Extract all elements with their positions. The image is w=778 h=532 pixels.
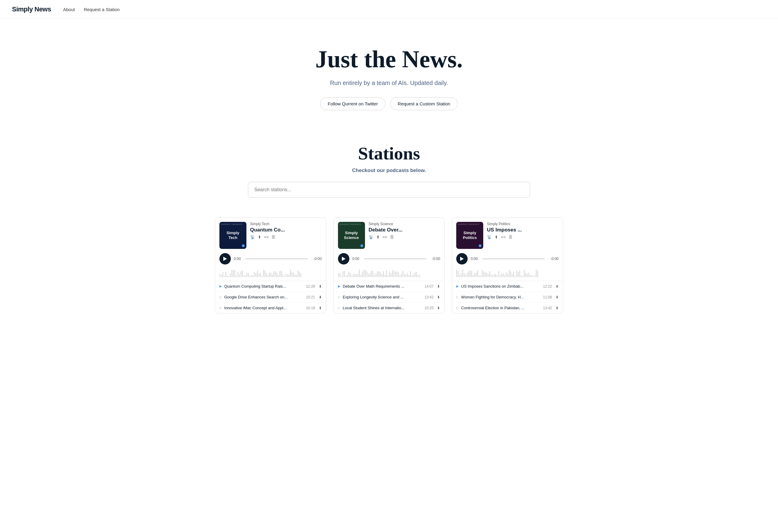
wave-bar [377, 271, 378, 277]
episode-download-icon[interactable]: ⬇ [437, 295, 440, 299]
card-episode-title: Quantum Co... [250, 227, 322, 233]
wave-bar [413, 275, 414, 277]
wave-bar [272, 275, 273, 277]
card-station-name: Simply Tech [250, 222, 322, 226]
wave-bar [341, 276, 342, 277]
wave-bar [342, 271, 343, 277]
episode-download-icon[interactable]: ⬇ [556, 306, 559, 310]
episode-item: ▶ Debate Over Math Requirements ... 14:0… [334, 281, 445, 292]
episode-list: ▶ Debate Over Math Requirements ... 14:0… [334, 281, 445, 313]
wave-bar [345, 276, 346, 277]
rss-icon[interactable]: 📡 [250, 235, 255, 239]
episode-title: Google Drive Enhances Search on... [224, 295, 302, 299]
thumb-title: SimplyPolitics [461, 231, 478, 240]
upload-icon[interactable]: ⬆ [495, 235, 498, 239]
search-input[interactable] [248, 182, 530, 198]
wave-bar [295, 275, 295, 277]
upload-icon[interactable]: ⬆ [258, 235, 261, 239]
card-header: QURRENT PRESENTS SimplyScience Simply Sc… [334, 218, 445, 251]
wave-bar [234, 270, 235, 277]
episode-title: Women Fighting for Democracy, H... [461, 295, 539, 299]
rss-icon[interactable]: 📡 [487, 235, 492, 239]
wave-bar [358, 274, 359, 277]
custom-station-button[interactable]: Request a Custom Station [390, 97, 458, 110]
card-episode-title: US Imposes ... [487, 227, 559, 233]
wave-bar [417, 275, 418, 277]
wave-bar [534, 275, 535, 277]
list-icon[interactable]: ☰ [271, 235, 275, 239]
time-end: -0:00 [429, 257, 440, 261]
episode-play-btn[interactable]: ▷ [456, 306, 459, 310]
share-icon[interactable]: <> [501, 235, 505, 239]
wave-bar [243, 276, 244, 277]
wave-bar [504, 275, 505, 277]
episode-title: Innovative iMac Concept and Appl... [224, 306, 302, 310]
wave-bar [459, 275, 460, 277]
site-logo[interactable]: Simply News [12, 5, 51, 13]
episode-play-btn[interactable]: ▷ [338, 306, 340, 310]
play-button[interactable] [219, 253, 231, 264]
wave-bar [233, 270, 234, 277]
wave-bar [480, 276, 481, 277]
wave-bar [396, 272, 397, 277]
nav-about[interactable]: About [63, 7, 75, 12]
wave-bar [494, 274, 495, 277]
wave-bar [458, 271, 459, 277]
episode-download-icon[interactable]: ⬇ [556, 295, 559, 299]
wave-bar [518, 272, 519, 277]
wave-bar [380, 272, 381, 277]
card-info: Simply Politics US Imposes ... 📡 ⬆ <> ☰ [487, 222, 559, 239]
wave-bar [471, 271, 472, 277]
progress-bar[interactable] [482, 258, 545, 259]
share-icon[interactable]: <> [264, 235, 268, 239]
wave-bar [264, 270, 265, 277]
wave-bar [405, 275, 406, 277]
upload-icon[interactable]: ⬆ [376, 235, 380, 239]
episode-download-icon[interactable]: ⬇ [319, 295, 322, 299]
episode-download-icon[interactable]: ⬇ [556, 284, 559, 289]
wave-bar [528, 273, 529, 277]
stations-subtitle: Checkout our podcasts below. [6, 167, 772, 173]
card-icons: 📡 ⬆ <> ☰ [250, 235, 322, 239]
wave-bar [416, 272, 417, 277]
wave-bar [298, 271, 298, 277]
progress-bar[interactable] [364, 258, 426, 259]
twitter-button[interactable]: Follow Qurrent on Twitter [320, 97, 385, 110]
wave-bar [408, 275, 409, 277]
play-button[interactable] [456, 253, 468, 264]
episode-download-icon[interactable]: ⬇ [319, 306, 322, 310]
rss-icon[interactable]: 📡 [369, 235, 373, 239]
wave-bar [386, 270, 387, 277]
episode-play-btn[interactable]: ▶ [338, 284, 340, 288]
share-icon[interactable]: <> [383, 235, 387, 239]
wave-bar [230, 274, 231, 277]
episode-play-btn[interactable]: ▷ [338, 295, 340, 299]
wave-bar [524, 270, 525, 277]
wave-bar [399, 275, 400, 277]
episode-play-btn[interactable]: ▷ [456, 295, 459, 299]
wave-bar [474, 273, 475, 277]
cards-row: QURRENT PRESENTS SimplyTech Simply Tech … [209, 217, 569, 325]
episode-play-btn[interactable]: ▶ [456, 284, 459, 288]
thumb-dot [242, 244, 245, 247]
episode-download-icon[interactable]: ⬇ [437, 284, 440, 289]
progress-bar[interactable] [245, 258, 308, 259]
play-button[interactable] [338, 253, 349, 264]
list-icon[interactable]: ☰ [509, 235, 513, 239]
nav-request-station[interactable]: Request a Station [84, 7, 120, 12]
episode-download-icon[interactable]: ⬇ [319, 284, 322, 289]
waveform [334, 268, 445, 281]
navbar: Simply News About Request a Station [0, 0, 778, 19]
wave-bar [385, 275, 385, 277]
wave-bar [284, 276, 285, 277]
wave-bar [414, 272, 415, 277]
episode-item: ▷ Local Student Shines at Internatio... … [334, 303, 445, 313]
episode-play-btn[interactable]: ▷ [219, 295, 222, 299]
wave-bar [290, 270, 291, 277]
episode-play-btn[interactable]: ▷ [219, 306, 222, 310]
episode-download-icon[interactable]: ⬇ [437, 306, 440, 310]
wave-bar [267, 275, 268, 277]
wave-bar [509, 270, 510, 277]
episode-play-btn[interactable]: ▶ [219, 284, 222, 288]
list-icon[interactable]: ☰ [390, 235, 394, 239]
